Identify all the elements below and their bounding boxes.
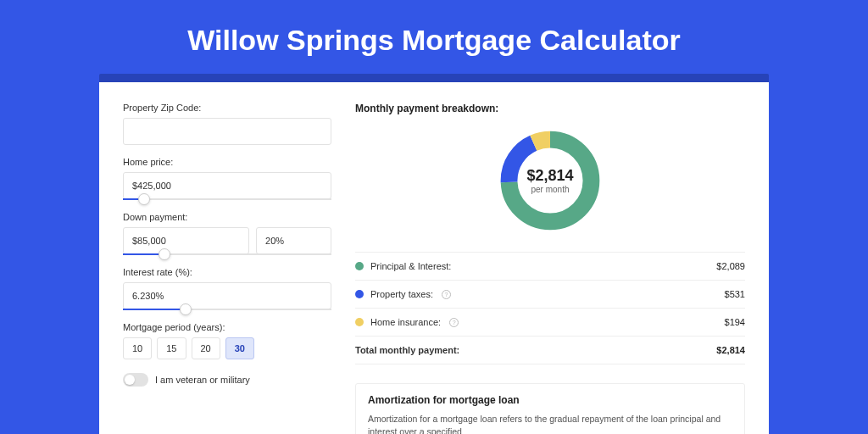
field-interest: Interest rate (%): (123, 267, 331, 310)
donut-center: $2,814 per month (496, 126, 604, 235)
home-price-label: Home price: (123, 157, 331, 167)
amort-title: Amortization for mortgage loan (368, 394, 732, 406)
period-label: Mortgage period (years): (123, 322, 331, 332)
legend-value: $531 (725, 289, 745, 299)
legend-label: Property taxes: (370, 289, 433, 299)
legend-row-total: Total monthly payment: $2,814 (355, 337, 745, 364)
dot-icon (355, 262, 364, 270)
veteran-toggle-row: I am veteran or military (123, 373, 331, 387)
dot-icon (355, 318, 364, 326)
field-home-price: Home price: (123, 157, 331, 200)
slider-thumb[interactable] (138, 193, 150, 205)
toggle-knob (125, 375, 135, 385)
legend-value: $194 (725, 317, 745, 327)
amort-text: Amortization for a mortgage loan refers … (368, 413, 732, 434)
down-payment-pct-input[interactable] (256, 227, 331, 254)
period-btn-30[interactable]: 30 (225, 337, 254, 359)
down-payment-input[interactable] (123, 227, 249, 254)
donut-chart: $2,814 per month (496, 126, 604, 235)
period-btn-15[interactable]: 15 (157, 337, 186, 359)
period-btn-20[interactable]: 20 (192, 337, 220, 359)
donut-wrap: $2,814 per month (355, 126, 745, 235)
inputs-panel: Property Zip Code: Home price: Down paym… (123, 103, 331, 434)
page-title: Willow Springs Mortgage Calculator (0, 0, 868, 74)
field-down-payment: Down payment: (123, 212, 331, 255)
calculator-card: Property Zip Code: Home price: Down paym… (99, 82, 769, 434)
info-icon[interactable]: ? (442, 290, 451, 299)
veteran-toggle[interactable] (123, 373, 148, 387)
total-value: $2,814 (716, 345, 745, 355)
legend-value: $2,089 (716, 261, 745, 271)
donut-value: $2,814 (526, 167, 573, 185)
amortization-card: Amortization for mortgage loan Amortizat… (355, 383, 745, 434)
period-buttons: 10 15 20 30 (123, 337, 331, 359)
slider-thumb[interactable] (180, 303, 192, 315)
legend-row-principal: Principal & Interest: $2,089 (355, 253, 745, 281)
interest-input[interactable] (123, 282, 331, 309)
zip-label: Property Zip Code: (123, 103, 331, 113)
breakdown-title: Monthly payment breakdown: (355, 103, 745, 114)
field-zip: Property Zip Code: (123, 103, 331, 145)
info-icon[interactable]: ? (449, 318, 459, 327)
down-payment-label: Down payment: (123, 212, 331, 222)
period-btn-10[interactable]: 10 (123, 337, 152, 359)
legend: Principal & Interest: $2,089 Property ta… (355, 252, 745, 364)
legend-row-insurance: Home insurance: ? $194 (355, 309, 745, 337)
legend-row-taxes: Property taxes: ? $531 (355, 281, 745, 309)
down-payment-slider[interactable] (123, 253, 331, 255)
veteran-label: I am veteran or military (155, 375, 250, 385)
interest-slider[interactable] (123, 309, 331, 310)
legend-label: Principal & Interest: (370, 261, 451, 271)
slider-thumb[interactable] (159, 248, 170, 260)
breakdown-panel: Monthly payment breakdown: $2,814 per mo… (355, 103, 745, 434)
field-period: Mortgage period (years): 10 15 20 30 (123, 322, 331, 359)
total-label: Total monthly payment: (355, 345, 459, 355)
legend-label: Home insurance: (370, 317, 441, 327)
donut-sub: per month (531, 185, 569, 194)
card-shadow: Property Zip Code: Home price: Down paym… (99, 74, 769, 434)
interest-label: Interest rate (%): (123, 267, 331, 277)
home-price-slider[interactable] (123, 198, 331, 200)
home-price-input[interactable] (123, 172, 331, 199)
dot-icon (355, 290, 364, 298)
zip-input[interactable] (123, 118, 331, 145)
